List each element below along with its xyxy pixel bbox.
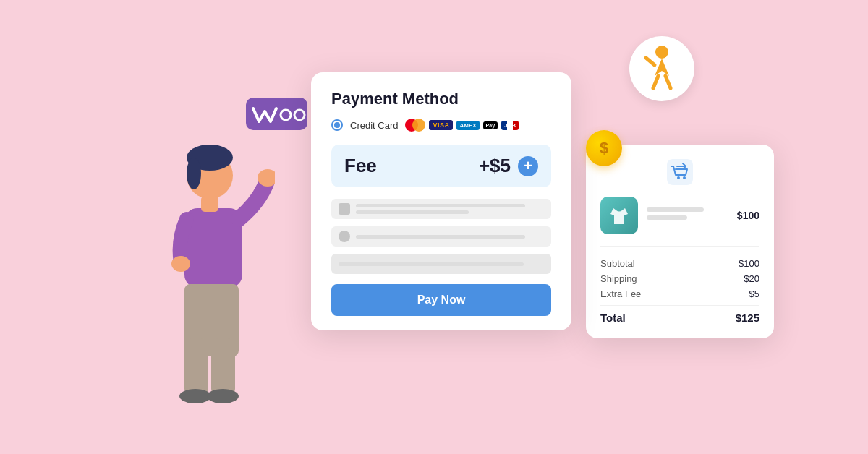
visa-icon: VISA: [429, 120, 453, 130]
svg-point-17: [677, 176, 680, 179]
fee-amount: +$5: [479, 155, 511, 177]
jcb-icon: JCB: [501, 121, 519, 130]
card-icons: VISA AMEX Pay JCB: [405, 119, 519, 132]
subtotal-value: $100: [739, 258, 760, 269]
svg-rect-12: [184, 338, 208, 396]
svg-point-15: [207, 389, 239, 403]
field-row-3: [331, 254, 551, 274]
payment-methods-row: Credit Card VISA AMEX Pay JCB: [331, 119, 551, 132]
amex-icon: AMEX: [456, 121, 479, 130]
field-lines-2: [356, 235, 544, 239]
product-price: $100: [737, 210, 760, 221]
order-summary-card: $100 Subtotal $100 Shipping $20 Extra Fe…: [586, 145, 774, 338]
field-lines-3: [339, 262, 544, 266]
fee-amount-row: +$5 +: [479, 155, 538, 177]
extra-fee-label: Extra Fee: [600, 288, 641, 299]
card-field-icon: [339, 203, 350, 215]
total-row: Total $125: [600, 312, 760, 324]
total-value: $125: [736, 312, 760, 324]
cart-icon: [667, 159, 693, 185]
svg-rect-13: [211, 338, 235, 396]
svg-point-0: [655, 46, 668, 59]
field-line: [356, 204, 525, 207]
field-line: [356, 210, 469, 214]
field-line: [339, 262, 524, 266]
subtotal-row: Subtotal $100: [600, 258, 760, 269]
field-line: [356, 235, 525, 239]
credit-card-label: Credit Card: [350, 120, 398, 131]
shipping-value: $20: [744, 273, 760, 284]
product-details: [647, 207, 728, 223]
mastercard-icon: [405, 119, 425, 132]
product-image: [600, 197, 638, 234]
extra-fee-value: $5: [749, 288, 760, 299]
field-row-2: [331, 226, 551, 247]
product-name-line: [647, 207, 704, 212]
main-scene: Payment Method Credit Card VISA AMEX Pay…: [0, 0, 868, 454]
form-fields: [331, 199, 551, 274]
coin-decoration: $: [586, 130, 622, 166]
extra-fee-row: Extra Fee $5: [600, 288, 760, 299]
svg-point-10: [171, 256, 190, 272]
payment-method-card: Payment Method Credit Card VISA AMEX Pay…: [311, 72, 571, 330]
payment-card-title: Payment Method: [331, 90, 551, 108]
field-row-1: [331, 199, 551, 219]
svg-rect-16: [667, 159, 693, 185]
svg-point-18: [683, 176, 686, 179]
figure-decoration: [629, 36, 694, 101]
shipping-row: Shipping $20: [600, 273, 760, 284]
subtotal-label: Subtotal: [600, 258, 635, 269]
field-lines-1: [356, 204, 544, 214]
add-fee-button[interactable]: +: [518, 156, 538, 176]
svg-point-6: [187, 158, 201, 189]
cart-icon-row: [600, 159, 760, 185]
svg-point-14: [179, 389, 211, 403]
woo-logo: [246, 94, 311, 134]
coin-symbol: $: [600, 139, 608, 158]
product-variant-line: [647, 215, 687, 220]
applepay-icon: Pay: [483, 121, 498, 129]
fee-row: Fee +$5 +: [331, 145, 551, 187]
credit-card-radio[interactable]: [331, 119, 343, 131]
summary-divider: [600, 305, 760, 306]
svg-rect-8: [201, 196, 218, 212]
fee-label: Fee: [344, 155, 377, 177]
pay-now-button[interactable]: Pay Now: [331, 284, 551, 316]
person-illustration: [145, 136, 275, 411]
total-label: Total: [600, 312, 626, 324]
shipping-label: Shipping: [600, 273, 637, 284]
product-row: $100: [600, 197, 760, 247]
person-field-icon: [339, 231, 350, 242]
